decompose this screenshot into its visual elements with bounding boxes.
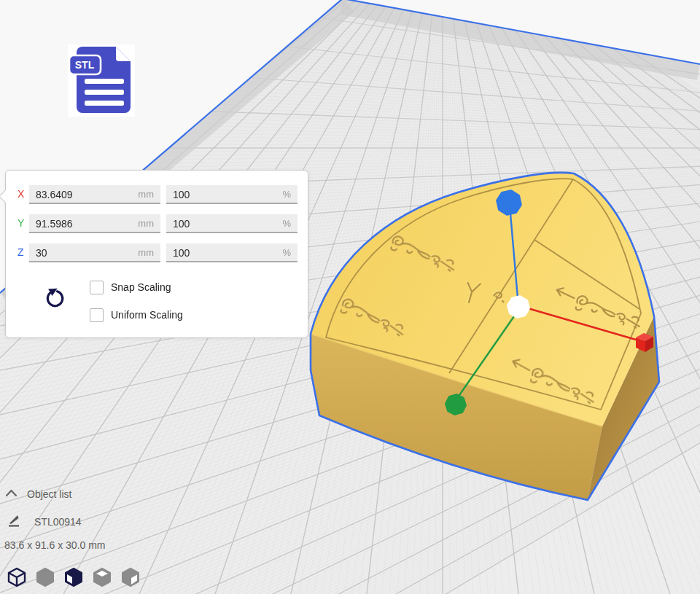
chevron-up-icon	[4, 488, 19, 499]
scale-x-percent-value: 100	[173, 189, 190, 200]
axis-label-y: Y	[18, 217, 24, 229]
mesh-object-icon	[7, 513, 21, 528]
object-list-header[interactable]: Object list	[27, 488, 71, 500]
gizmo-y-handle[interactable]	[446, 395, 465, 414]
scale-row-y: Y 91.5986 mm 100 %	[6, 214, 308, 233]
object-list-item[interactable]: STL00914	[34, 516, 82, 528]
snap-scaling-label[interactable]: Snap Scaling	[111, 281, 171, 293]
scale-z-percent-input[interactable]: 100 %	[166, 243, 298, 262]
axis-label-x: X	[18, 188, 24, 200]
cube-3d-view-icon	[7, 567, 26, 587]
uniform-scaling-label[interactable]: Uniform Scaling	[111, 309, 183, 321]
rotate-counterclockwise-icon	[42, 286, 67, 310]
view-front-button[interactable]	[36, 567, 55, 587]
unit-label-mm: mm	[138, 214, 154, 233]
cube-front-view-icon	[64, 567, 83, 587]
scale-z-mm-input[interactable]: 30 mm	[29, 243, 160, 262]
selected-object-dimensions: 83.6 x 91.6 x 30.0 mm	[4, 539, 106, 551]
stl-document-icon: STL	[69, 45, 133, 116]
scale-row-x: X 83.6409 mm 100 %	[6, 185, 308, 204]
reset-scale-button[interactable]	[42, 286, 67, 310]
stl-badge-label: STL	[75, 59, 95, 71]
cube-left-view-icon	[93, 567, 112, 587]
unit-label-percent: %	[282, 214, 291, 233]
uniform-scaling-option[interactable]: Uniform Scaling	[90, 308, 183, 322]
unit-label-percent: %	[282, 243, 291, 262]
stl-file-icon: STL	[68, 44, 135, 117]
object-list-collapse-button[interactable]	[4, 488, 19, 499]
cube-solid-view-icon	[36, 567, 55, 587]
viewport-3d[interactable]: STL X 83.6409 mm 100 % Y 91.5986 mm	[0, 0, 700, 594]
view-preset-toolbar	[7, 567, 140, 587]
scale-tool-panel: X 83.6409 mm 100 % Y 91.5986 mm 100 % Z	[5, 170, 308, 338]
view-left-button[interactable]	[93, 567, 112, 587]
gizmo-z-handle[interactable]	[497, 191, 521, 214]
scale-y-mm-value: 91.5986	[36, 218, 73, 230]
scale-x-percent-input[interactable]: 100 %	[166, 185, 298, 204]
scale-y-mm-input[interactable]: 91.5986 mm	[29, 214, 160, 233]
scale-y-percent-value: 100	[173, 218, 190, 230]
scale-z-percent-value: 100	[173, 247, 190, 259]
cube-right-view-icon	[121, 567, 140, 587]
unit-label-percent: %	[282, 185, 291, 204]
snap-scaling-option[interactable]: Snap Scaling	[90, 280, 171, 294]
uniform-scaling-checkbox[interactable]	[90, 308, 104, 322]
view-3d-button[interactable]	[7, 567, 26, 587]
scale-row-z: Z 30 mm 100 %	[6, 243, 308, 262]
view-open-front-button[interactable]	[64, 567, 83, 587]
unit-label-mm: mm	[138, 185, 154, 204]
snap-scaling-checkbox[interactable]	[90, 281, 104, 294]
view-right-button[interactable]	[121, 567, 140, 587]
scale-x-mm-input[interactable]: 83.6409 mm	[29, 185, 160, 204]
axis-label-z: Z	[18, 246, 24, 258]
scale-y-percent-input[interactable]: 100 %	[166, 214, 298, 233]
scale-z-mm-value: 30	[36, 247, 47, 259]
folded-corner	[116, 47, 131, 61]
scale-x-mm-value: 83.6409	[36, 189, 73, 200]
gizmo-center-handle[interactable]	[508, 297, 529, 317]
unit-label-mm: mm	[138, 243, 154, 262]
